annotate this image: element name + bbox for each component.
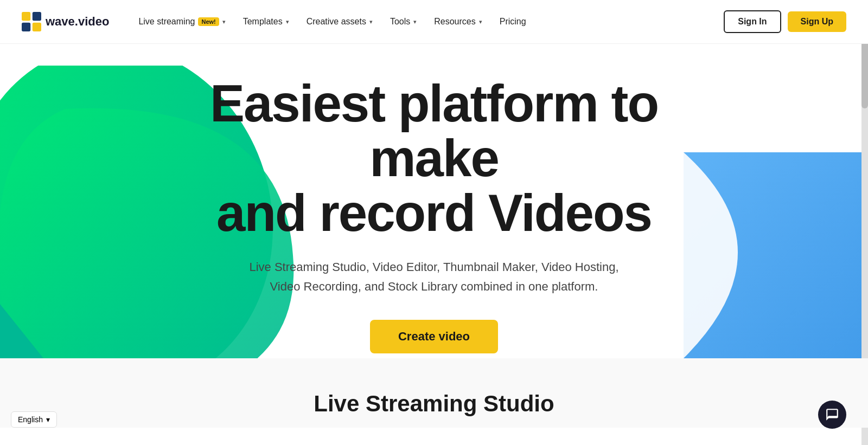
svg-marker-5 [0,304,43,358]
create-video-button[interactable]: Create video [370,320,498,353]
hero-content: Easiest platform to make and record Vide… [136,76,732,353]
svg-rect-2 [22,23,30,31]
nav-item-templates[interactable]: Templates ▾ [235,12,297,31]
chevron-down-icon: ▾ [369,18,373,25]
nav-label-live-streaming: Live streaming [138,17,195,27]
chevron-down-icon: ▾ [479,18,482,25]
nav-label-templates: Templates [243,17,283,27]
chevron-down-icon: ▾ [46,415,50,424]
hero-title: Easiest platform to make and record Vide… [146,76,722,240]
logo-text: wave.video [46,15,109,29]
logo[interactable]: wave.video [22,12,109,31]
logo-icon [22,12,41,31]
nav-item-creative-assets[interactable]: Creative assets ▾ [299,12,380,31]
chat-icon [825,408,839,422]
nav-links: Live streaming New! ▾ Templates ▾ Creati… [131,12,724,31]
teal-triangle-decoration [0,304,43,358]
nav-badge-new: New! [198,17,219,26]
language-selector[interactable]: English ▾ [11,411,57,428]
nav-item-live-streaming[interactable]: Live streaming New! ▾ [131,12,233,31]
nav-label-creative-assets: Creative assets [307,17,366,27]
language-label: English [18,415,43,424]
nav-item-pricing[interactable]: Pricing [492,12,534,31]
chevron-down-icon: ▾ [413,18,417,25]
svg-rect-1 [33,12,41,21]
hero-subtitle: Live Streaming Studio, Video Editor, Thu… [239,257,629,295]
section-title: Live Streaming Studio [0,391,868,417]
chevron-down-icon: ▾ [222,18,226,25]
hero-title-line1: Easiest platform to make [210,74,658,187]
nav-right: Sign In Sign Up [724,10,846,33]
section-below: Live Streaming Studio [0,358,868,428]
nav-label-tools: Tools [390,17,410,27]
chevron-down-icon: ▾ [286,18,289,25]
svg-rect-0 [22,12,30,21]
sign-in-button[interactable]: Sign In [724,10,781,33]
nav-label-pricing: Pricing [500,17,526,27]
nav-label-resources: Resources [434,17,475,27]
navbar: wave.video Live streaming New! ▾ Templat… [0,0,868,44]
hero-title-line2: and record Videos [216,184,652,242]
nav-item-resources[interactable]: Resources ▾ [426,12,489,31]
hero-section: Easiest platform to make and record Vide… [0,44,868,358]
sign-up-button[interactable]: Sign Up [788,11,846,32]
chat-button[interactable] [818,401,846,428]
svg-rect-3 [33,23,41,31]
nav-item-tools[interactable]: Tools ▾ [382,12,424,31]
